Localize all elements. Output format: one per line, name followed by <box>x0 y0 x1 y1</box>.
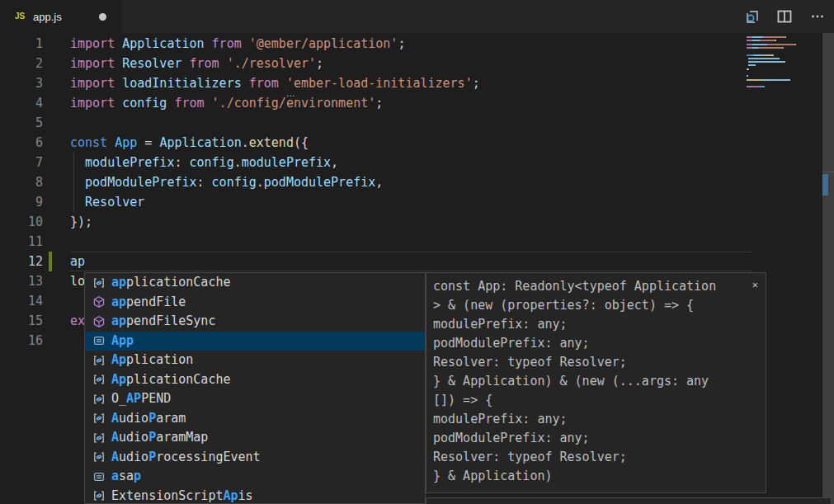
code-line[interactable]: 1import Application from '@ember/applica… <box>0 34 822 54</box>
line-number: 2 <box>0 54 43 73</box>
suggestion-label: appendFile <box>111 293 186 313</box>
line-number: 14 <box>0 291 43 311</box>
code-line[interactable]: 2import Resolver from './resolver'; <box>0 54 822 73</box>
suggest-widget-list: applicationCacheappendFileappendFileSync… <box>84 272 426 504</box>
symbol-field-icon <box>92 470 106 483</box>
line-number: 9 <box>0 192 43 212</box>
code-line-text: import config from './config/environment… <box>70 93 383 113</box>
docs-line: Resolver: typeof Resolver; <box>433 448 759 467</box>
symbol-variable-icon <box>92 393 106 406</box>
docs-line: podModulePrefix: any; <box>433 334 759 353</box>
docs-line: modulePrefix: any; <box>433 410 759 429</box>
line-number: 12 <box>0 252 43 271</box>
suggestion-item[interactable]: ApplicationCache <box>85 370 425 390</box>
line-number: 7 <box>0 153 43 172</box>
code-line[interactable]: 8 podModulePrefix: config.podModulePrefi… <box>0 172 822 192</box>
suggestion-item[interactable]: Application <box>85 351 425 370</box>
suggestion-label: AudioParam <box>111 409 186 429</box>
overview-ruler-cursor-marker <box>822 174 828 195</box>
symbol-variable-icon <box>92 373 106 386</box>
code-line[interactable]: 5 <box>0 113 822 133</box>
suggestion-item[interactable]: ExtensionScriptApis <box>85 487 425 504</box>
code-line[interactable]: 6const App = Application.extend({ <box>0 133 822 153</box>
code-line[interactable]: 7 modulePrefix: config.modulePrefix, <box>0 153 822 172</box>
suggestion-label: AudioProcessingEvent <box>111 448 261 468</box>
suggestion-label: O_APPEND <box>111 389 171 409</box>
symbol-variable-icon <box>92 412 106 425</box>
symbol-variable-icon <box>92 276 106 290</box>
line-number: 11 <box>0 232 43 252</box>
docs-line: > & (new (properties?: object) => { <box>433 296 759 315</box>
symbol-variable-icon <box>92 431 106 445</box>
suggestion-label: ApplicationCache <box>111 370 231 390</box>
tab-title: app.js <box>33 11 62 23</box>
docs-line: []) => { <box>433 391 759 410</box>
suggestion-label: applicationCache <box>111 273 231 293</box>
docs-line: const App: Readonly<typeof Application <box>433 277 759 296</box>
code-line-text: import Resolver from './resolver'; <box>70 54 323 73</box>
suggestion-label: appendFileSync <box>111 312 215 332</box>
docs-line: podModulePrefix: any; <box>433 429 759 448</box>
line-number: 4 <box>0 93 43 113</box>
suggestion-item[interactable]: asap <box>85 467 425 487</box>
line-number: 6 <box>0 133 43 153</box>
symbol-variable-icon <box>92 354 106 367</box>
vertical-scrollbar[interactable] <box>822 33 834 504</box>
code-line-text: ap <box>70 252 85 271</box>
split-editor-icon[interactable] <box>775 7 794 26</box>
docs-line: } & Application) <box>433 467 759 486</box>
suggestion-item[interactable]: appendFile <box>85 293 425 313</box>
suggestion-label: AudioParamMap <box>111 428 208 448</box>
docs-line: } & Application) & (new (...args: any <box>433 372 759 391</box>
symbol-module-icon <box>92 295 106 309</box>
line-number: 5 <box>0 113 43 133</box>
tab-bar: JS app.js <box>0 0 834 33</box>
code-line[interactable]: 11 <box>0 232 822 252</box>
suggest-details-panel: ✕ const App: Readonly<typeof Application… <box>426 272 766 493</box>
suggestion-item[interactable]: AudioParamMap <box>85 428 425 448</box>
code-line-text: }); <box>70 212 92 232</box>
line-number: 13 <box>0 271 43 291</box>
symbol-field-icon <box>92 334 106 347</box>
code-line-text: import loadInitializers from 'ember-load… <box>70 73 480 93</box>
code-line[interactable]: 4import config from './config/environmen… <box>0 93 822 113</box>
line-number: 8 <box>0 172 43 192</box>
docs-line: modulePrefix: any; <box>433 315 759 334</box>
line-number: 3 <box>0 73 43 93</box>
line-number: 10 <box>0 212 43 232</box>
suggestion-item[interactable]: AudioProcessingEvent <box>85 448 425 468</box>
symbol-variable-icon <box>92 450 106 464</box>
suggestion-item[interactable]: appendFileSync <box>85 312 425 332</box>
editor-actions <box>742 0 827 33</box>
suggest-details-footer <box>426 497 832 504</box>
code-line-text: modulePrefix: config.modulePrefix, <box>70 153 338 172</box>
suggestion-label: ExtensionScriptApis <box>111 487 253 504</box>
code-line-text: Resolver <box>70 192 144 212</box>
symbol-module-icon <box>92 315 106 328</box>
suggestion-label: asap <box>111 467 141 487</box>
minimap[interactable] <box>747 36 801 127</box>
suggestion-item[interactable]: O_APPEND <box>85 389 425 409</box>
suggestion-label: Application <box>111 351 193 370</box>
line-number: 1 <box>0 34 43 54</box>
suggestion-item[interactable]: applicationCache <box>85 273 425 293</box>
code-line-text: lo <box>70 271 85 291</box>
close-icon[interactable]: ✕ <box>752 279 758 290</box>
javascript-file-icon: JS <box>15 10 30 23</box>
code-line[interactable]: 12ap <box>0 252 822 271</box>
suggestion-item-selected[interactable]: App <box>85 332 425 351</box>
code-line[interactable]: 9 Resolver <box>0 192 822 212</box>
code-line-text: const App = Application.extend({ <box>70 133 309 153</box>
line-number: 16 <box>0 331 43 351</box>
modified-dot-icon[interactable] <box>99 13 106 21</box>
code-line[interactable]: 3import loadInitializers from 'ember-loa… <box>0 73 822 93</box>
more-actions-icon[interactable] <box>808 7 827 26</box>
search-editor-icon[interactable] <box>742 7 761 26</box>
code-line[interactable]: 10}); <box>0 212 822 232</box>
docs-line: Resolver: typeof Resolver; <box>433 353 759 372</box>
suggestion-item[interactable]: AudioParam <box>85 409 425 429</box>
symbol-variable-icon <box>92 489 106 502</box>
code-line-text: podModulePrefix: config.podModulePrefix, <box>70 172 383 192</box>
tab-app-js[interactable]: JS app.js <box>0 0 122 33</box>
scrollbar-divider <box>822 172 834 172</box>
